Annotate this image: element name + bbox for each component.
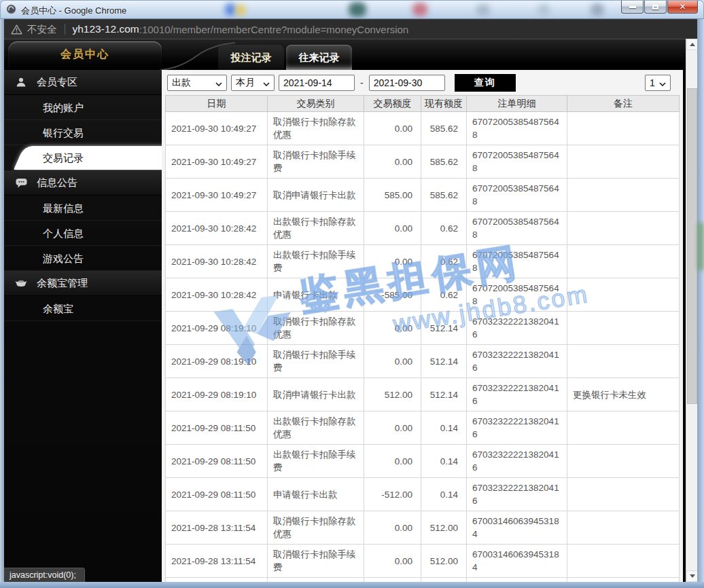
table-row: 2021-09-29 08:19:10取消申请银行卡出款512.00512.14… (166, 378, 680, 411)
cell-remark (567, 312, 680, 345)
date-from-input[interactable] (279, 75, 355, 91)
cell-order-no: 670720053854875648 (467, 179, 567, 212)
record-tabs: 投注记录 往来记录 (218, 39, 354, 71)
table-row: 2021-09-30 10:49:27取消申请银行卡出款585.00585.62… (166, 179, 680, 212)
cell-date: 2021-09-30 10:28:42 (166, 212, 268, 245)
column-header: 交易额度 (364, 96, 421, 112)
sidebar-item-bank-transactions[interactable]: 银行交易 (4, 120, 162, 145)
cell-order-no: 670031460639453184 (467, 545, 567, 578)
minimize-icon (629, 6, 636, 8)
period-select[interactable]: 本月 (231, 75, 275, 91)
body-row: 会员专区我的账户银行交易交易记录信息公告最新信息个人信息游戏公告余额宝管理余额宝… (4, 70, 686, 582)
sidebar-item-transaction-records[interactable]: 交易记录 (4, 145, 162, 170)
cell-balance: 0.62 (421, 212, 467, 245)
vertical-scrollbar[interactable] (686, 39, 697, 582)
column-header: 注单明细 (467, 96, 567, 112)
filter-bar: 出款 本月 - 查询 1 (162, 70, 683, 95)
close-button[interactable]: ✕ (667, 1, 698, 14)
sidebar-section-label: 会员专区 (37, 76, 77, 89)
sidebar-item-latest-news[interactable]: 最新信息 (4, 196, 162, 221)
column-header: 现有额度 (421, 96, 467, 112)
table-body: 2021-09-30 10:49:27取消银行卡扣除存款优惠0.00585.62… (166, 112, 680, 583)
window-title: 会员中心 - Google Chrome (21, 5, 126, 17)
cell-type: 取消申请银行卡出款 (268, 179, 364, 212)
table-row: 2021-09-29 08:11:50出款银行卡扣除手续费0.000.14670… (166, 445, 680, 478)
page-select[interactable]: 1 (645, 75, 671, 91)
scroll-down-button[interactable] (686, 570, 698, 582)
cell-order-no: 670720053854875648 (467, 278, 567, 312)
date-to-input[interactable] (369, 75, 445, 91)
maximize-button[interactable] (644, 1, 667, 14)
sidebar-nav: 会员专区我的账户银行交易交易记录信息公告最新信息个人信息游戏公告余额宝管理余额宝 (4, 70, 162, 582)
cell-amount: 0.00 (364, 212, 421, 245)
desktop-icon-blur (236, 5, 245, 16)
transactions-table: 日期交易类别交易额度现有额度注单明细备注 2021-09-30 10:49:27… (165, 95, 680, 582)
sidebar-section-yuebao-management[interactable]: 余额宝管理 (4, 271, 162, 296)
maximize-icon (652, 5, 658, 10)
cell-order-no: 670323222213820416 (467, 312, 567, 345)
table-row: 2021-09-29 08:19:10取消银行卡扣除存款优惠0.00512.14… (166, 312, 680, 345)
table-row: 2021-09-29 08:11:50出款银行卡扣除存款优惠0.000.1467… (166, 411, 680, 445)
sidebar-item-label: 我的账户 (43, 102, 84, 113)
sidebar-section-info-bulletin[interactable]: 信息公告 (4, 170, 162, 196)
chat-icon (14, 176, 28, 189)
cell-amount: 512.00 (364, 378, 421, 411)
cell-date: 2021-09-30 10:49:27 (166, 112, 268, 145)
cell-type: 取消银行卡扣除手续费 (268, 345, 364, 378)
minimize-button[interactable] (621, 1, 644, 14)
cell-type: 出款银行卡扣除存款优惠 (268, 411, 364, 445)
address-bar[interactable]: 不安全 yh123-12.com:10010/member/memberCent… (4, 19, 697, 39)
sidebar-item-my-account[interactable]: 我的账户 (4, 95, 162, 120)
sidebar-item-personal-info[interactable]: 个人信息 (4, 221, 162, 246)
page-value: 1 (650, 77, 655, 88)
cell-amount: 0.00 (364, 545, 421, 578)
sidebar-item-label: 个人信息 (43, 227, 84, 239)
desktop-blur (698, 223, 703, 270)
cell-order-no: 670323222213820416 (467, 445, 567, 478)
transaction-type-select[interactable]: 出款 (167, 75, 227, 91)
url-path[interactable]: :10010/member/memberCentre?module=moneyC… (139, 24, 408, 35)
table-row: 2021-09-28 13:11:54取消银行卡扣除手续费0.00512.006… (166, 545, 680, 578)
url-host[interactable]: yh123-12.com (73, 23, 139, 35)
desktop: { "window": { "title": "会员中心 - Google Ch… (0, 0, 704, 588)
cell-balance: 512.14 (421, 312, 467, 345)
search-button[interactable]: 查询 (455, 74, 516, 92)
window-titlebar[interactable]: 会员中心 - Google Chrome ✕ (0, 0, 704, 19)
cell-amount: -585.00 (364, 278, 421, 312)
cell-date: 2021-09-29 08:19:10 (166, 345, 268, 378)
cell-order-no: 670323222213820416 (467, 411, 567, 445)
cell-type: 取消银行卡扣除存款优惠 (268, 112, 364, 145)
window-controls: ✕ (620, 1, 698, 14)
cell-amount: 0.00 (364, 411, 421, 445)
window-border-left (0, 19, 4, 588)
desktop-icon-blur (476, 4, 490, 16)
tab-bet-records[interactable]: 投注记录 (218, 45, 284, 71)
sidebar-item-yuebao[interactable]: 余额宝 (4, 296, 162, 321)
cell-remark: 更换银行卡未生效 (567, 378, 680, 411)
sidebar-section-member-zone[interactable]: 会员专区 (4, 70, 162, 95)
cell-order-no: 670323222213820416 (467, 378, 567, 411)
cell-type: 申请银行卡出款 (268, 478, 364, 511)
cell-order-no: 670720053854875648 (467, 212, 567, 245)
desktop-icon-blur (412, 3, 427, 16)
cell-balance: 512.00 (421, 545, 467, 578)
transactions-table-wrap: 日期交易类别交易额度现有额度注单明细备注 2021-09-30 10:49:27… (165, 95, 680, 582)
cell-date: 2021-09-29 08:19:10 (166, 312, 268, 345)
sidebar-item-game-announcements[interactable]: 游戏公告 (4, 246, 162, 271)
table-row: 2021-09-30 10:28:42出款银行卡扣除存款优惠0.000.6267… (166, 212, 680, 245)
triangle-down-icon (690, 574, 695, 578)
cell-balance: 0.14 (421, 478, 467, 511)
cell-remark (567, 179, 680, 212)
cell-balance: 512.14 (421, 378, 467, 411)
cell-date: 2021-09-29 08:19:10 (166, 378, 268, 411)
cell-balance: 585.62 (421, 179, 467, 212)
cell-remark (567, 278, 680, 312)
scroll-up-button[interactable] (686, 39, 698, 50)
cell-balance: 0.14 (421, 445, 467, 478)
desktop-icon-blur (538, 4, 550, 16)
table-row: 2021-09-30 10:49:27取消银行卡扣除手续费0.00585.626… (166, 145, 680, 179)
tab-transaction-records[interactable]: 往来记录 (286, 45, 352, 71)
scrollbar-thumb[interactable] (687, 88, 697, 404)
cell-amount: 0.00 (364, 445, 421, 478)
window-favicon-icon (6, 4, 16, 17)
